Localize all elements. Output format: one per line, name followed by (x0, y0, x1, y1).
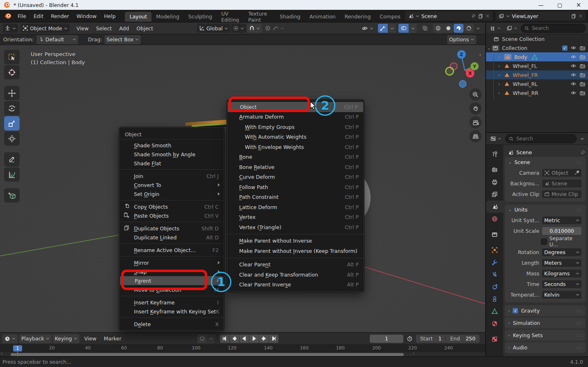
parent-menu-item-with-empty-groups[interactable]: With Empty GroupsCtrl P (227, 122, 364, 132)
timeline-menu-marker[interactable]: Marker (100, 335, 125, 342)
parent-menu-item-make-parent-without-inverse[interactable]: Make Parent without Inverse (227, 236, 364, 246)
chevron-down-icon[interactable] (579, 137, 586, 140)
outliner-row-wheel_rl[interactable]: › Wheel_RL (486, 79, 588, 88)
menu-window[interactable]: Window (73, 13, 100, 19)
auto-keying-dropdown[interactable] (207, 334, 215, 343)
expand-icon[interactable]: › (498, 90, 504, 96)
expand-icon[interactable]: › (498, 63, 504, 69)
scroll-left-arrow[interactable]: › (1, 351, 2, 356)
properties-tab-tool[interactable] (486, 148, 503, 160)
camera-icon[interactable] (579, 54, 586, 60)
parent-menu-item-bone-relative[interactable]: Bone RelativeCtrl P (227, 162, 364, 172)
object-menu-item-duplicate-objects[interactable]: Duplicate ObjectsShift D (119, 224, 224, 233)
object-menu-item-insert-keyframe[interactable]: Insert KeyframeI (119, 298, 224, 307)
workspace-tab-sculpting[interactable]: Sculpting (184, 12, 217, 22)
tool-annotate[interactable] (4, 152, 20, 167)
panel-header-audio[interactable]: ›Audio:::: (505, 342, 586, 353)
proportional-editing-button[interactable] (263, 24, 286, 33)
object-menu-item-paste-objects[interactable]: Paste ObjectsCtrl V (119, 211, 224, 220)
parent-menu-item-curve-deform[interactable]: Curve DeformCtrl P (227, 172, 364, 182)
prop-value-active-clip[interactable]: Movie Clip (542, 190, 581, 198)
object-menu-item-copy-objects[interactable]: Copy ObjectsCtrl C (119, 202, 224, 211)
play-forward-button[interactable] (249, 335, 259, 343)
unit-scale-field[interactable]: 0.010000 (542, 227, 581, 235)
dropdown-unit-syst-[interactable]: Metric (542, 216, 581, 224)
parent-menu-item-clear-and-keep-transformation[interactable]: Clear and Keep TransformationAlt P (227, 270, 364, 280)
camera-icon[interactable] (579, 81, 586, 87)
jump-to-end-button[interactable] (269, 335, 278, 343)
tool-move[interactable] (4, 86, 20, 100)
drag-dropdown[interactable]: Select Box (104, 35, 141, 44)
outliner-search[interactable] (521, 24, 586, 33)
camera-icon[interactable] (579, 45, 586, 51)
expand-icon[interactable]: ⌄ (486, 45, 492, 51)
current-frame-field[interactable]: 1 (370, 335, 403, 343)
parent-menu-item-vertex[interactable]: VertexCtrl P (227, 212, 364, 223)
parent-menu-item-armature-deform[interactable]: Armature DeformCtrl P (227, 112, 364, 122)
parent-menu-item-lattice-deform[interactable]: Lattice DeformCtrl P (227, 202, 364, 212)
eye-icon[interactable] (570, 90, 577, 95)
auto-keying-toggle[interactable] (197, 334, 207, 343)
outliner-row-body[interactable]: › Body (486, 52, 588, 61)
outliner-row-collection[interactable]: ⌄ Collection ✓ (486, 43, 588, 52)
show-object-types-button[interactable] (360, 24, 375, 33)
dropdown-temperat-[interactable]: Kelvin (542, 291, 581, 299)
object-menu-item-shade-smooth[interactable]: Shade Smooth (119, 141, 224, 150)
expand-icon[interactable]: › (498, 54, 504, 60)
shading-material-preview-button[interactable] (454, 24, 464, 33)
properties-tab-material[interactable] (486, 317, 503, 330)
pan-button[interactable] (469, 102, 482, 115)
shading-wireframe-button[interactable] (433, 24, 443, 33)
object-menu-item-duplicate-linked[interactable]: Duplicate LinkedAlt D (119, 233, 224, 242)
gravity-checkbox[interactable]: ✓ (513, 308, 518, 313)
next-keyframe-button[interactable] (259, 335, 269, 343)
parent-menu-item-make-parent-without-inverse-keep-transform[interactable]: Make Parent without Inverse (Keep Transf… (227, 246, 364, 256)
tool-cursor[interactable] (4, 65, 20, 79)
timeline-scrollbar[interactable] (11, 353, 404, 356)
options-dropdown[interactable]: Options (447, 35, 476, 44)
parent-menu-item-clear-parent-inverse[interactable]: Clear Parent InverseAlt P (227, 280, 364, 290)
workspace-tab-rendering[interactable]: Rendering (340, 12, 375, 22)
shading-rendered-button[interactable] (464, 24, 474, 33)
zoom-button[interactable] (469, 88, 482, 101)
prop-value-backgrou-[interactable]: Scene (542, 180, 581, 187)
eye-icon[interactable] (570, 81, 577, 86)
parent-menu-item-bone[interactable]: BoneCtrl P (227, 152, 364, 162)
jump-to-start-button[interactable] (220, 335, 229, 343)
outliner-row-wheel_fr[interactable]: › Wheel_FR (486, 70, 588, 79)
snap-button[interactable] (247, 24, 262, 33)
tool-rotate[interactable] (4, 101, 20, 115)
panel-header-simulation[interactable]: ›Simulation:::: (505, 317, 586, 329)
viewport-menu-select[interactable]: Select (92, 25, 115, 32)
properties-tab-world[interactable] (486, 213, 503, 225)
timeline-menu-playback[interactable]: Playback (19, 334, 52, 343)
menu-help[interactable]: Help (100, 13, 120, 19)
tool-scale[interactable] (4, 116, 20, 131)
new-viewlayer-icon[interactable] (571, 14, 576, 19)
start-frame-field[interactable]: Start 1 (416, 335, 446, 342)
dropdown-rotation[interactable]: Degrees (542, 248, 581, 256)
properties-search-input[interactable] (516, 135, 573, 142)
eye-icon[interactable] (570, 72, 577, 77)
shading-dropdown[interactable] (474, 24, 482, 33)
properties-tab-collection[interactable] (486, 228, 503, 241)
workspace-tab-shading[interactable]: Shading (275, 12, 305, 22)
viewlayer-selector[interactable]: ViewLayer × (496, 11, 586, 21)
close-button[interactable]: × (569, 0, 588, 10)
tool-transform[interactable] (4, 131, 20, 146)
show-gizmo-toggle[interactable] (378, 24, 388, 33)
outliner-row-scene-collection[interactable]: Scene Collection (486, 34, 588, 43)
play-backward-button[interactable] (240, 335, 249, 343)
object-menu-item-convert-to[interactable]: Convert To (119, 180, 224, 189)
tool-select-box[interactable] (4, 50, 20, 64)
dropdown-mass[interactable]: Kilograms (542, 270, 581, 277)
properties-tab-particles[interactable] (486, 268, 503, 281)
orientation-dropdown[interactable]: Default (36, 35, 78, 44)
viewport-menu-object[interactable]: Object (133, 25, 157, 32)
object-menu-item-set-origin[interactable]: Set Origin (119, 189, 224, 198)
outliner-search-input[interactable] (531, 25, 582, 32)
separate-units-checkbox[interactable] (541, 239, 547, 245)
parent-menu-item-path-constraint[interactable]: Path ConstraintCtrl P (227, 192, 364, 203)
overlays-dropdown[interactable] (409, 24, 417, 33)
properties-search[interactable] (505, 134, 577, 143)
